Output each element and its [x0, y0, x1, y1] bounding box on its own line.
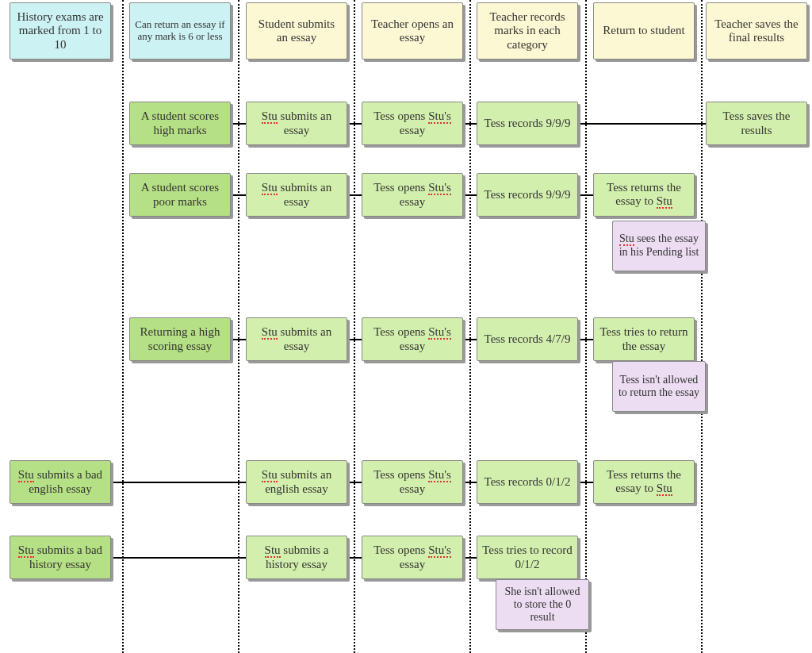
r1-save: Tess saves the results [706, 102, 807, 145]
connector [578, 123, 706, 125]
r3-note: Tess isn't allowed to return the essay [612, 361, 706, 412]
r5-note: She isn't allowed to store the 0 result [496, 579, 589, 630]
r3-submit: Stu submits an essay [246, 317, 347, 361]
scenario-bad-english: Stu submits a bad english essay [10, 460, 111, 504]
r3-record: Tess records 4/7/9 [477, 317, 578, 361]
connector [111, 557, 246, 559]
rule-return6: Can return an essay if any mark is 6 or … [129, 2, 231, 60]
scenario-high-marks: A student scores high marks [129, 102, 231, 145]
r3-return: Tess tries to return the essay [593, 317, 695, 361]
r2-return: Tess returns the essay to Stu [593, 173, 695, 217]
scenario-bad-history: Stu submits a bad history essay [10, 536, 111, 579]
header-return-student: Return to student [593, 2, 695, 60]
header-student-submits: Student submits an essay [246, 2, 347, 60]
column-separator [354, 0, 355, 653]
r2-open: Tess opens Stu's essay [362, 173, 463, 217]
r1-submit: Stu submits an essay [246, 102, 347, 145]
rule-history: History exams are marked from 1 to 10 [10, 2, 111, 60]
r4-record: Tess records 0/1/2 [477, 460, 578, 504]
column-separator [469, 0, 471, 653]
r4-open: Tess opens Stu's essay [362, 460, 463, 504]
r5-open: Tess opens Stu's essay [362, 536, 463, 579]
r5-submit: Stu submits a history essay [246, 536, 347, 579]
column-separator [585, 0, 587, 653]
r4-submit: Stu submits an english essay [246, 460, 347, 504]
r2-note: Stu sees the essay in his Pending list [612, 221, 706, 271]
header-teacher-saves: Teacher saves the final results [706, 2, 807, 60]
diagram-board: History exams are marked from 1 to 10 Ca… [0, 0, 812, 653]
scenario-poor-marks: A student scores poor marks [129, 173, 231, 217]
header-teacher-records: Teacher records marks in each category [477, 2, 578, 60]
r1-record: Tess records 9/9/9 [477, 102, 578, 145]
r5-record: Tess tries to record 0/1/2 [477, 536, 578, 579]
r4-return: Tess returns the essay to Stu [593, 460, 695, 504]
header-teacher-opens: Teacher opens an essay [362, 2, 463, 60]
r2-submit: Stu submits an essay [246, 173, 347, 217]
scenario-returning-high: Returning a high scoring essay [129, 317, 231, 361]
column-separator [238, 0, 239, 653]
column-separator [122, 0, 124, 653]
column-separator [701, 0, 703, 653]
r2-record: Tess records 9/9/9 [477, 173, 578, 217]
connector [111, 482, 246, 483]
r3-open: Tess opens Stu's essay [362, 317, 463, 361]
r1-open: Tess opens Stu's essay [362, 102, 463, 145]
